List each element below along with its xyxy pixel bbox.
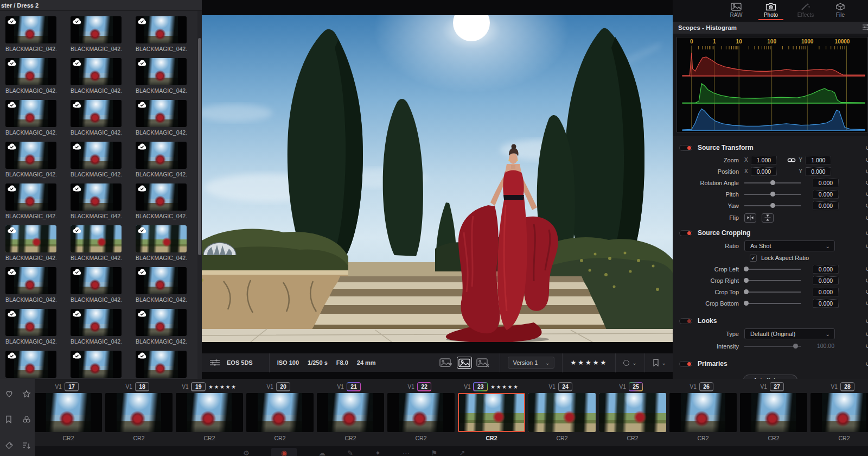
thumbnail-image[interactable] xyxy=(71,58,122,85)
grid-thumbnail-item[interactable]: BLACKMAGIC_042... xyxy=(136,225,187,267)
thumbnail-image[interactable] xyxy=(136,183,187,211)
position-y-field[interactable]: 0.000 xyxy=(805,167,831,176)
grid-thumbnail-item[interactable]: BLACKMAGIC_042... xyxy=(71,183,122,225)
filmstrip-thumbnail[interactable] xyxy=(176,393,243,432)
grid-thumbnail-item[interactable]: BLACKMAGIC_042... xyxy=(71,100,122,142)
rotation-field[interactable]: 0.000 xyxy=(813,179,839,187)
intensity-slider[interactable] xyxy=(744,343,801,350)
bottom-toolbar-icon[interactable]: ⚑ xyxy=(431,449,438,456)
tab-effects[interactable]: Effects xyxy=(792,0,819,22)
filmstrip-item[interactable]: V1 18 CR2 xyxy=(105,381,173,441)
grid-thumbnail-item[interactable]: BLACKMAGIC_042... xyxy=(71,58,122,100)
crop-top-field[interactable]: 0.000 xyxy=(813,288,839,296)
bottom-toolbar-icon[interactable]: ☁ xyxy=(318,449,326,456)
reset-icon[interactable]: ↺ xyxy=(865,288,868,296)
grid-thumbnail-item[interactable]: BLACKMAGIC_042... xyxy=(5,142,56,183)
grid-thumbnail-item[interactable]: BLACKMAGIC_042... xyxy=(136,351,187,379)
reset-icon[interactable]: ↺ xyxy=(865,342,868,350)
filmstrip-item[interactable]: V1 26 CR2 xyxy=(669,381,737,441)
thumbnail-image[interactable] xyxy=(5,225,56,252)
grid-thumbnail-item[interactable]: BLACKMAGIC_042... xyxy=(136,183,187,225)
grid-thumbnail-item[interactable]: BLACKMAGIC_042... xyxy=(5,267,56,309)
crop-bottom-field[interactable]: 0.000 xyxy=(813,299,839,308)
reset-icon[interactable]: ↺ xyxy=(865,179,868,187)
crop-bottom-slider[interactable] xyxy=(744,300,801,307)
crop-right-slider[interactable] xyxy=(744,277,801,284)
bottom-toolbar-icon[interactable]: ↗ xyxy=(459,449,465,456)
grid-thumbnail-item[interactable]: BLACKMAGIC_042... xyxy=(5,58,56,100)
image-reject-icon[interactable] xyxy=(475,357,490,369)
flip-horizontal-button[interactable] xyxy=(744,213,756,223)
filmstrip-thumbnail[interactable] xyxy=(810,393,868,432)
thumbnail-image[interactable] xyxy=(5,100,56,127)
reset-icon[interactable]: ↺ xyxy=(865,190,868,198)
thumbnail-image[interactable] xyxy=(136,267,187,294)
color-label-icon[interactable] xyxy=(22,415,31,430)
grid-thumbnail-item[interactable]: BLACKMAGIC_042... xyxy=(71,142,122,183)
browser-scrollbar[interactable] xyxy=(197,11,202,379)
rating-stars[interactable]: ★★★★★ xyxy=(570,359,608,366)
thumbnail-image[interactable] xyxy=(136,100,187,127)
reset-icon[interactable]: ↺ xyxy=(865,276,868,284)
filmstrip-item[interactable]: V1 25 CR2 xyxy=(599,381,666,441)
filmstrip-item[interactable]: V1 17 CR2 xyxy=(35,381,102,441)
image-view-icon[interactable] xyxy=(457,357,472,369)
scrollbar-thumb[interactable] xyxy=(198,38,201,255)
thumbnail-image[interactable] xyxy=(71,142,122,169)
grid-thumbnail-item[interactable]: BLACKMAGIC_042... xyxy=(71,225,122,267)
thumbnail-image[interactable] xyxy=(136,142,187,169)
flip-vertical-button[interactable] xyxy=(762,213,774,223)
grid-thumbnail-item[interactable]: BLACKMAGIC_042... xyxy=(136,100,187,142)
source-transform-toggle[interactable] xyxy=(679,145,692,151)
filmstrip-item[interactable]: V1 24 CR2 xyxy=(528,381,596,441)
thumbnail-image[interactable] xyxy=(5,309,56,336)
bottom-toolbar-icon[interactable]: ✦ xyxy=(375,449,381,456)
thumbnail-image[interactable] xyxy=(71,351,122,378)
grid-thumbnail-item[interactable]: BLACKMAGIC_042... xyxy=(136,267,187,309)
reset-icon[interactable]: ↺ xyxy=(865,167,868,175)
scope-settings-icon[interactable] xyxy=(862,23,868,32)
thumbnail-image[interactable] xyxy=(71,16,122,43)
thumbnail-image[interactable] xyxy=(5,183,56,211)
reset-icon[interactable]: ↺ xyxy=(865,330,868,338)
thumbnail-image[interactable] xyxy=(136,16,187,43)
filmstrip-item[interactable]: V1 27 CR2 xyxy=(740,381,807,441)
thumbnail-image[interactable] xyxy=(5,351,56,378)
filmstrip-item[interactable]: V1 20 CR2 xyxy=(246,381,314,441)
reset-icon[interactable]: ↺ xyxy=(865,214,868,222)
reset-icon[interactable]: ↺ xyxy=(865,317,868,325)
image-heart-icon[interactable] xyxy=(438,357,454,369)
zoom-y-field[interactable]: 1.000 xyxy=(805,156,831,164)
reset-icon[interactable]: ↺ xyxy=(865,229,868,237)
adjustments-icon[interactable] xyxy=(209,359,220,366)
sort-icon[interactable] xyxy=(22,441,31,456)
filmstrip-item[interactable]: V1 21 CR2 xyxy=(317,381,384,441)
filmstrip-thumbnail[interactable] xyxy=(387,393,455,432)
filmstrip-thumbnail[interactable] xyxy=(105,393,173,432)
reset-icon[interactable]: ↺ xyxy=(865,144,868,152)
crop-left-slider[interactable] xyxy=(744,266,801,273)
heart-icon[interactable] xyxy=(5,390,14,404)
filmstrip-thumbnail[interactable] xyxy=(599,393,666,432)
tag-icon[interactable] xyxy=(5,441,14,456)
thumbnail-image[interactable] xyxy=(71,309,122,336)
auto-balance-button[interactable]: Auto Balance xyxy=(743,375,797,379)
reset-icon[interactable]: ↺ xyxy=(865,156,868,164)
thumbnail-image[interactable] xyxy=(5,16,56,43)
filmstrip-thumbnail[interactable] xyxy=(317,393,384,432)
reset-icon[interactable]: ↺ xyxy=(865,360,868,368)
thumbnail-image[interactable] xyxy=(136,225,187,252)
yaw-slider[interactable] xyxy=(744,202,801,209)
tab-raw[interactable]: RAW xyxy=(723,0,750,22)
bottom-toolbar-icon[interactable]: ⋯ xyxy=(403,449,410,456)
filmstrip-thumbnail[interactable] xyxy=(669,393,737,432)
bottom-toolbar-icon[interactable]: ⚙ xyxy=(243,449,250,456)
thumbnail-image[interactable] xyxy=(136,309,187,336)
ratio-dropdown[interactable]: As Shot ⌄ xyxy=(744,240,835,251)
filmstrip-item[interactable]: V1 19 ★★★★★ CR2 xyxy=(176,381,243,441)
yaw-field[interactable]: 0.000 xyxy=(813,201,839,210)
grid-thumbnail-item[interactable]: BLACKMAGIC_042... xyxy=(136,309,187,351)
grid-thumbnail-item[interactable]: BLACKMAGIC_042... xyxy=(5,309,56,351)
photo-canvas[interactable] xyxy=(202,15,673,342)
thumbnail-image[interactable] xyxy=(71,267,122,294)
